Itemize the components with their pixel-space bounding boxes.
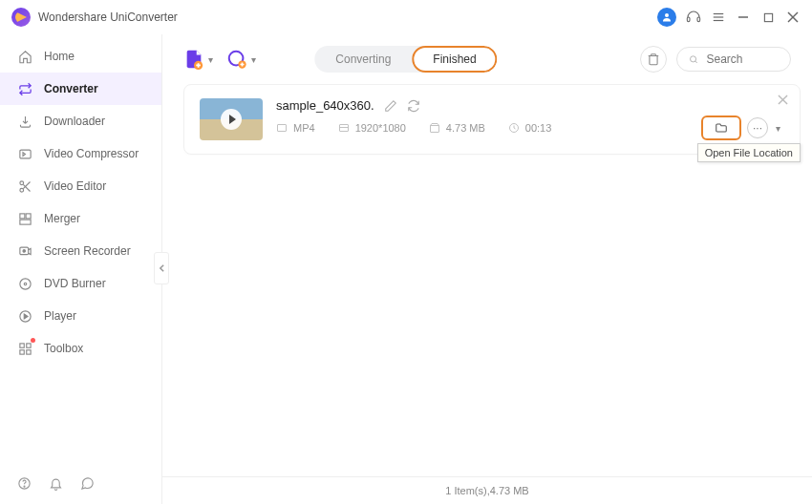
folder-icon (714, 121, 729, 135)
tab-finished[interactable]: Finished (412, 46, 497, 73)
scissors-icon (17, 178, 32, 194)
svg-rect-16 (26, 213, 31, 218)
svg-rect-2 (697, 17, 700, 22)
svg-point-20 (19, 278, 30, 288)
merger-icon (17, 211, 32, 226)
svg-point-32 (691, 55, 696, 61)
svg-point-12 (19, 188, 23, 192)
sidebar-item-merger[interactable]: Merger (0, 202, 161, 235)
video-thumbnail[interactable] (200, 98, 263, 140)
open-location-button[interactable] (701, 116, 741, 140)
reconvert-icon[interactable] (407, 99, 420, 113)
sidebar-label: Screen Recorder (44, 244, 131, 258)
svg-point-11 (19, 180, 23, 184)
chevron-down-icon: ▾ (208, 54, 213, 65)
sidebar-label: Converter (44, 82, 98, 95)
sidebar-label: Player (44, 309, 76, 323)
add-file-icon (183, 49, 204, 70)
search-icon (689, 53, 698, 66)
file-name: sample_640x360. (276, 98, 374, 113)
sidebar-item-recorder[interactable]: Screen Recorder (0, 235, 161, 267)
file-resolution: 1920*1080 (355, 122, 406, 134)
status-tabs: Converting Finished (314, 46, 497, 73)
svg-rect-7 (764, 13, 772, 21)
add-file-button[interactable]: ▾ (183, 49, 213, 70)
help-icon[interactable] (17, 476, 32, 491)
sidebar-label: Video Compressor (44, 147, 139, 160)
sidebar-item-converter[interactable]: Converter (0, 73, 161, 105)
sidebar-item-dvd[interactable]: DVD Burner (0, 267, 161, 300)
recorder-icon (17, 243, 32, 259)
svg-point-28 (24, 486, 25, 487)
app-logo (11, 8, 31, 27)
svg-line-33 (695, 61, 697, 63)
feedback-icon[interactable] (80, 476, 95, 491)
close-button[interactable] (785, 10, 801, 25)
sidebar-item-player[interactable]: Player (0, 300, 161, 332)
sidebar-label: Home (44, 50, 75, 63)
sidebar-label: Toolbox (44, 342, 83, 355)
maximize-button[interactable] (760, 10, 776, 25)
sidebar: Home Converter Downloader Video Compress… (0, 34, 162, 504)
converter-icon (17, 81, 32, 96)
svg-point-0 (665, 13, 669, 17)
svg-point-21 (24, 283, 27, 285)
file-duration: 00:13 (525, 122, 552, 134)
user-avatar-icon[interactable] (657, 8, 676, 27)
clear-list-button[interactable] (640, 46, 667, 73)
sidebar-label: Merger (44, 212, 80, 225)
play-button-icon (221, 109, 242, 130)
toolbox-icon (17, 341, 32, 356)
clock-icon (508, 122, 520, 134)
tooltip-open-location: Open File Location (697, 143, 801, 162)
size-icon (429, 122, 440, 134)
sidebar-item-editor[interactable]: Video Editor (0, 170, 161, 202)
svg-rect-35 (339, 125, 348, 132)
tab-converting[interactable]: Converting (314, 46, 412, 73)
title-bar: Wondershare UniConverter (0, 0, 812, 34)
sidebar-label: DVD Burner (44, 277, 106, 290)
file-format: MP4 (293, 122, 315, 134)
sidebar-item-toolbox[interactable]: Toolbox (0, 332, 161, 365)
svg-point-19 (23, 249, 26, 252)
remove-file-button[interactable] (778, 94, 788, 105)
svg-rect-17 (19, 220, 30, 224)
play-icon (17, 308, 32, 324)
resolution-icon (338, 122, 350, 134)
app-title: Wondershare UniConverter (38, 10, 178, 24)
more-actions-button[interactable]: ··· (747, 117, 768, 138)
sidebar-item-downloader[interactable]: Downloader (0, 105, 161, 137)
svg-rect-1 (687, 17, 690, 22)
svg-rect-25 (19, 349, 23, 353)
format-icon (276, 122, 288, 134)
search-box[interactable] (676, 47, 791, 72)
toolbar: ▾ ▾ Converting Finished (162, 34, 812, 84)
svg-rect-34 (278, 125, 287, 132)
bell-icon[interactable] (49, 476, 63, 491)
status-bar: 1 Item(s),4.73 MB (162, 476, 812, 504)
edit-name-icon[interactable] (384, 99, 397, 113)
add-url-button[interactable]: ▾ (226, 49, 256, 70)
svg-rect-15 (19, 213, 24, 218)
chevron-down-icon: ▾ (251, 54, 256, 65)
sidebar-label: Downloader (44, 115, 105, 128)
download-icon (17, 114, 32, 129)
sidebar-label: Video Editor (44, 179, 106, 193)
svg-rect-26 (26, 349, 30, 353)
svg-rect-24 (26, 343, 30, 346)
compressor-icon (17, 146, 32, 161)
minimize-button[interactable] (736, 10, 751, 25)
sidebar-item-compressor[interactable]: Video Compressor (0, 137, 161, 170)
search-input[interactable] (706, 52, 779, 66)
disc-icon (17, 276, 32, 291)
file-size: 4.73 MB (446, 122, 485, 134)
sidebar-item-home[interactable]: Home (0, 40, 161, 73)
home-icon (17, 49, 32, 64)
chevron-down-icon: ▾ (776, 123, 780, 134)
support-icon[interactable] (686, 10, 701, 25)
add-url-icon (226, 49, 247, 70)
menu-icon[interactable] (711, 10, 726, 25)
svg-rect-23 (19, 343, 23, 346)
